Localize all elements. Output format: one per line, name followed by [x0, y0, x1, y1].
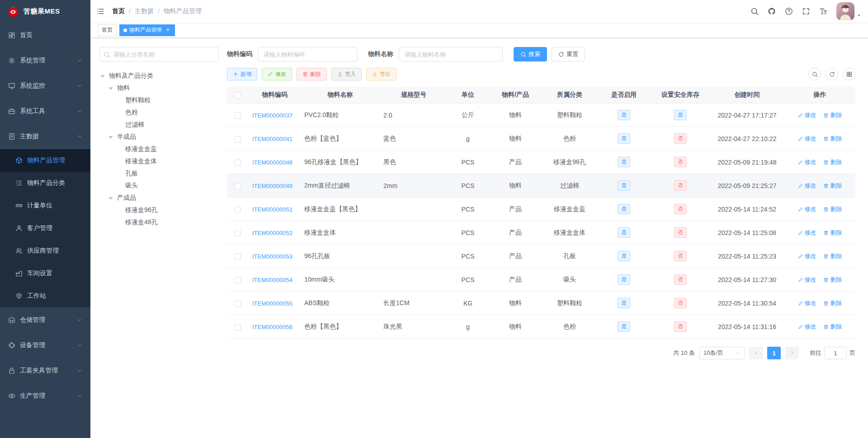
tree-node-semifinished[interactable]: 半成品 [99, 131, 219, 143]
row-delete-action[interactable]: 删除 [823, 205, 842, 213]
sidebar-item-system-management[interactable]: 系统管理 [0, 48, 90, 73]
tab-home[interactable]: 首页 [98, 24, 117, 36]
columns-button[interactable] [843, 68, 855, 80]
material-code-link[interactable]: ITEM00000037 [252, 112, 292, 119]
table-row[interactable]: ITEM00000041 色粉【蓝色】 蓝色 g 物料 色粉 是 否 2022-… [227, 127, 855, 151]
tree-caret-icon[interactable] [100, 75, 105, 78]
caret-down-icon[interactable] [856, 13, 862, 18]
material-code-link[interactable]: ITEM00000053 [252, 253, 292, 260]
fullscreen-icon[interactable] [797, 0, 815, 23]
row-delete-action[interactable]: 删除 [823, 135, 842, 143]
page-size-select[interactable]: 10条/页 [699, 347, 745, 359]
avatar[interactable] [836, 2, 854, 20]
import-button[interactable]: 导入 [331, 68, 362, 80]
table-row[interactable]: ITEM00000051 移液盒盒盖【黑色】 PCS 产品 移液盒盒盖 是 否 … [227, 198, 855, 221]
table-row[interactable]: ITEM00000053 96孔孔板 PCS 产品 孔板 是 否 2022-05… [227, 245, 855, 268]
row-delete-action[interactable]: 删除 [823, 182, 842, 190]
sidebar-item-master-data[interactable]: 主数据 [0, 124, 90, 149]
row-delete-action[interactable]: 删除 [823, 229, 842, 237]
close-icon[interactable]: × [165, 27, 171, 33]
tree-node-root[interactable]: 物料及产品分类 [99, 70, 219, 82]
search-button[interactable]: 搜索 [514, 47, 547, 61]
material-code-link[interactable]: ITEM00000046 [252, 159, 292, 166]
material-code-link[interactable]: ITEM00000056 [252, 324, 292, 330]
row-edit-action[interactable]: 修改 [798, 205, 816, 213]
tree-caret-icon[interactable] [108, 136, 113, 139]
table-row[interactable]: ITEM00000055 ABS颗粒 长度1CM KG 物料 塑料颗粒 是 否 … [227, 292, 855, 315]
sidebar-item-customer-management[interactable]: 客户管理 [0, 217, 90, 240]
user-menu[interactable] [836, 2, 862, 20]
tree-caret-icon[interactable] [108, 197, 113, 200]
material-code-input[interactable] [258, 47, 357, 61]
table-row[interactable]: ITEM00000054 10mm吸头 PCS 产品 吸头 是 否 2022-0… [227, 268, 855, 292]
material-code-link[interactable]: ITEM00000049 [252, 183, 292, 189]
hamburger-icon[interactable] [90, 0, 110, 23]
tree-node-leaf[interactable]: 移液盒96孔 [99, 204, 219, 216]
sidebar-item-workstation[interactable]: 工作站 [0, 285, 90, 307]
row-edit-action[interactable]: 修改 [798, 229, 816, 237]
row-delete-action[interactable]: 删除 [823, 299, 842, 307]
refresh-button[interactable] [826, 68, 838, 80]
toggle-search-button[interactable] [808, 68, 821, 80]
tree-node-material[interactable]: 物料 [99, 82, 219, 94]
font-size-icon[interactable] [815, 0, 832, 23]
select-all-checkbox[interactable] [235, 92, 241, 99]
table-row[interactable]: ITEM00000049 2mm直径过滤棉 2mm PCS 物料 过滤棉 是 否… [227, 174, 855, 198]
category-search-input[interactable] [99, 47, 219, 61]
reset-button[interactable]: 重置 [552, 47, 585, 61]
breadcrumb-master-data[interactable]: 主数据 [135, 7, 154, 15]
sidebar-item-system-tools[interactable]: 系统工具 [0, 99, 90, 124]
row-checkbox[interactable] [235, 113, 241, 119]
breadcrumb-home[interactable]: 首页 [112, 7, 125, 15]
material-code-link[interactable]: ITEM00000054 [252, 277, 292, 283]
row-delete-action[interactable]: 删除 [823, 158, 842, 166]
export-button[interactable]: 导出 [366, 68, 396, 80]
sidebar-item-production-management[interactable]: 生产管理 [0, 383, 90, 409]
row-checkbox[interactable] [235, 207, 241, 213]
question-icon[interactable] [780, 0, 797, 23]
tree-node-leaf[interactable]: 色粉 [99, 106, 219, 118]
row-checkbox[interactable] [235, 136, 241, 142]
row-checkbox[interactable] [235, 230, 241, 236]
sidebar-item-equipment-management[interactable]: 设备管理 [0, 333, 90, 358]
material-name-input[interactable] [399, 47, 503, 61]
row-checkbox[interactable] [235, 277, 241, 283]
app-logo[interactable]: 苦糖果MES [0, 0, 90, 23]
row-edit-action[interactable]: 修改 [798, 158, 816, 166]
row-edit-action[interactable]: 修改 [798, 323, 816, 331]
row-delete-action[interactable]: 删除 [823, 111, 842, 119]
sidebar-item-material-product-category[interactable]: 物料产品分类 [0, 172, 90, 194]
tree-node-leaf[interactable]: 移液盒盒盖 [99, 143, 219, 155]
sidebar-item-system-monitor[interactable]: 系统监控 [0, 73, 90, 99]
add-button[interactable]: 新增 [227, 68, 257, 80]
goto-page-input[interactable] [824, 347, 847, 359]
row-checkbox[interactable] [235, 301, 241, 307]
sidebar-item-workshop-settings[interactable]: 车间设置 [0, 262, 90, 285]
row-delete-action[interactable]: 删除 [823, 252, 842, 260]
table-row[interactable]: ITEM00000037 PVC2.0颗粒 2.0 公斤 物料 塑料颗粒 是 是… [227, 104, 855, 127]
row-checkbox[interactable] [235, 324, 241, 330]
sidebar-item-material-product-management[interactable]: 物料产品管理 [0, 149, 90, 172]
row-edit-action[interactable]: 修改 [798, 182, 816, 190]
tree-node-leaf[interactable]: 塑料颗粒 [99, 94, 219, 106]
next-page-button[interactable] [785, 347, 799, 359]
row-delete-action[interactable]: 删除 [823, 323, 842, 331]
tree-node-leaf[interactable]: 孔板 [99, 167, 219, 179]
row-edit-action[interactable]: 修改 [798, 252, 816, 260]
search-icon[interactable] [746, 0, 763, 23]
table-row[interactable]: ITEM00000056 色粉【黑色】 珠光黑 g 物料 色粉 是 否 2022… [227, 315, 855, 339]
delete-button[interactable]: 删除 [297, 68, 327, 80]
github-icon[interactable] [763, 0, 780, 23]
row-edit-action[interactable]: 修改 [798, 111, 816, 119]
row-checkbox[interactable] [235, 254, 241, 260]
material-code-link[interactable]: ITEM00000055 [252, 300, 292, 307]
row-checkbox[interactable] [235, 183, 241, 189]
page-number-1[interactable]: 1 [767, 347, 781, 359]
table-row[interactable]: ITEM00000046 96孔移液盒【黑色】 黑色 PCS 产品 移液盒96孔… [227, 151, 855, 174]
row-edit-action[interactable]: 修改 [798, 299, 816, 307]
material-code-link[interactable]: ITEM00000051 [252, 206, 292, 213]
tab-material-product-management[interactable]: 物料产品管理 × [119, 24, 175, 36]
sidebar-item-warehouse-management[interactable]: 仓储管理 [0, 307, 90, 333]
tree-node-leaf[interactable]: 移液盒盒体 [99, 155, 219, 167]
prev-page-button[interactable] [749, 347, 763, 359]
